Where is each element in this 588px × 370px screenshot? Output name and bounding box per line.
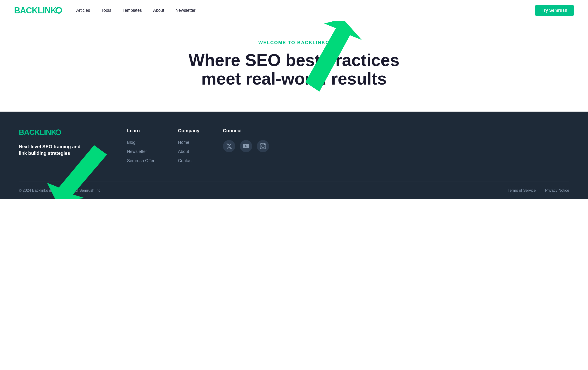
- nav-articles[interactable]: Articles: [76, 8, 90, 13]
- footer-connect-heading: Connect: [223, 128, 269, 133]
- footer-blog-link[interactable]: Blog: [127, 140, 155, 145]
- try-semrush-button[interactable]: Try Semrush: [535, 5, 574, 16]
- footer-learn-heading: Learn: [127, 128, 155, 133]
- footer-bottom: © 2024 Backlinko is a Trademark of Semru…: [19, 182, 569, 199]
- header-logo[interactable]: BACKLINK: [14, 6, 62, 16]
- main-nav: Articles Tools Templates About Newslette…: [76, 8, 535, 13]
- footer-connect-col: Connect: [223, 128, 269, 168]
- footer-logo-o-icon: [55, 130, 61, 135]
- footer-logo: BACKLINK: [19, 128, 108, 137]
- footer-contact-link[interactable]: Contact: [178, 158, 200, 163]
- footer-columns: Learn Blog Newsletter Semrush Offer Comp…: [127, 128, 569, 168]
- social-icons: [223, 140, 269, 152]
- logo-o-icon: [55, 7, 62, 14]
- footer-company-col: Company Home About Contact: [178, 128, 200, 168]
- footer-legal-links: Terms of Service Privacy Notice: [508, 188, 569, 193]
- header: BACKLINK Articles Tools Templates About …: [0, 0, 588, 21]
- terms-of-service-link[interactable]: Terms of Service: [508, 188, 536, 193]
- footer-company-heading: Company: [178, 128, 200, 133]
- footer-main: BACKLINK Next-level SEO training and lin…: [19, 128, 569, 182]
- footer: BACKLINK Next-level SEO training and lin…: [0, 112, 588, 199]
- footer-tagline: Next-level SEO training and link buildin…: [19, 143, 89, 156]
- nav-templates[interactable]: Templates: [123, 8, 142, 13]
- privacy-notice-link[interactable]: Privacy Notice: [545, 188, 569, 193]
- footer-learn-col: Learn Blog Newsletter Semrush Offer: [127, 128, 155, 168]
- footer-home-link[interactable]: Home: [178, 140, 200, 145]
- instagram-icon[interactable]: [257, 140, 269, 152]
- footer-semrush-link[interactable]: Semrush Offer: [127, 158, 155, 163]
- youtube-icon[interactable]: [240, 140, 252, 152]
- hero-section: WELCOME TO BACKLINKO Where SEO best prac…: [0, 21, 588, 112]
- nav-tools[interactable]: Tools: [101, 8, 111, 13]
- footer-newsletter-link[interactable]: Newsletter: [127, 149, 155, 154]
- footer-brand: BACKLINK Next-level SEO training and lin…: [19, 128, 108, 168]
- nav-newsletter[interactable]: Newsletter: [176, 8, 195, 13]
- footer-copyright: © 2024 Backlinko is a Trademark of Semru…: [19, 188, 100, 193]
- hero-title: Where SEO best practices meet real-world…: [188, 51, 400, 88]
- footer-about-link[interactable]: About: [178, 149, 200, 154]
- twitter-x-icon[interactable]: [223, 140, 235, 152]
- hero-eyebrow: WELCOME TO BACKLINKO: [14, 40, 574, 45]
- nav-about[interactable]: About: [153, 8, 164, 13]
